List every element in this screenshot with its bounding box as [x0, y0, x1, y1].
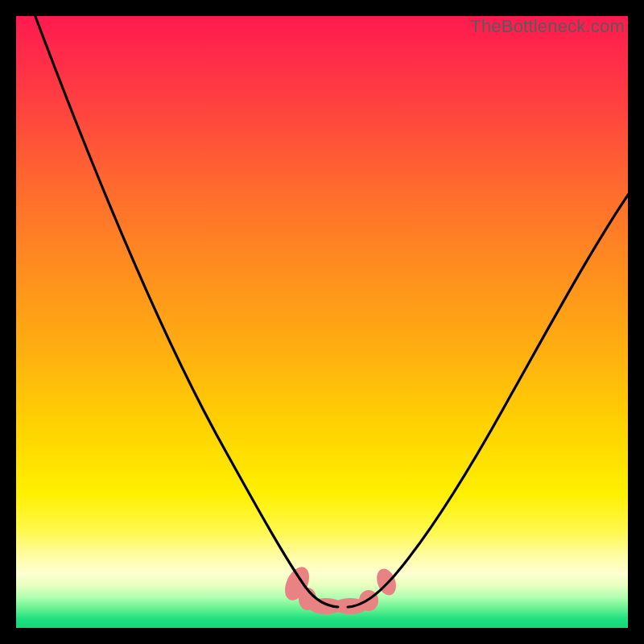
left-curve — [32, 8, 338, 607]
attribution-text: TheBottleneck.com — [470, 16, 625, 37]
chart-svg — [16, 16, 628, 628]
right-curve — [348, 189, 632, 607]
chart-frame: TheBottleneck.com — [16, 16, 628, 628]
